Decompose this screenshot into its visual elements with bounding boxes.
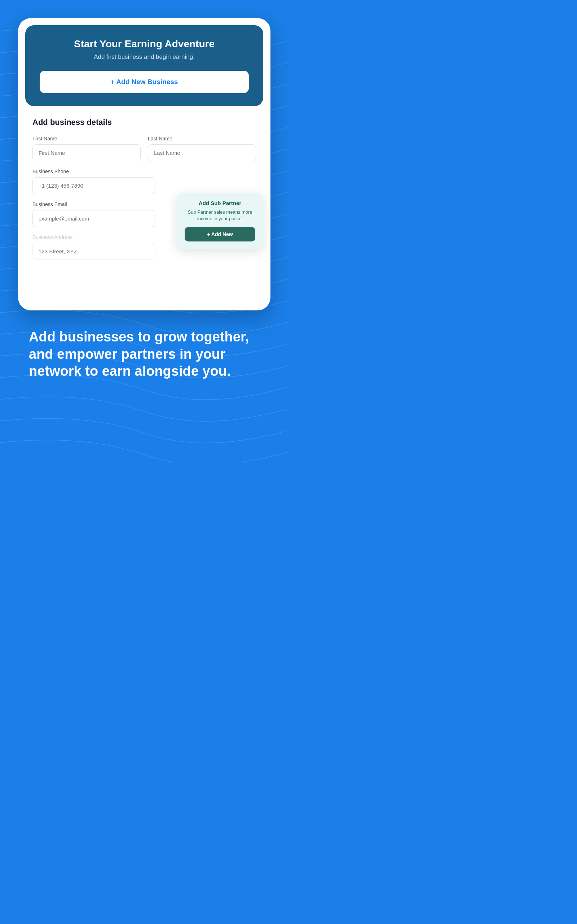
tagline-section: Add businesses to grow together, and emp… <box>18 328 271 380</box>
popup-add-button[interactable]: + Add New <box>185 227 255 241</box>
last-name-label: Last Name <box>148 136 256 142</box>
header-subtitle: Add first business and begin earning. <box>40 53 249 61</box>
first-name-label: First Name <box>32 136 141 142</box>
header-section: Start Your Earning Adventure Add first b… <box>25 25 263 106</box>
first-name-group: First Name <box>32 136 141 162</box>
phone-group: Business Phone <box>32 168 256 194</box>
last-name-input[interactable] <box>148 144 256 162</box>
first-name-input[interactable] <box>32 144 141 162</box>
email-input[interactable] <box>32 210 155 227</box>
popup-title: Add Sub Partner <box>185 200 255 206</box>
last-name-group: Last Name <box>148 136 256 162</box>
header-title: Start Your Earning Adventure <box>40 38 249 50</box>
address-input[interactable] <box>32 243 155 260</box>
phone-input[interactable] <box>32 177 155 194</box>
name-row: First Name Last Name <box>32 136 256 162</box>
add-business-button[interactable]: + Add New Business <box>40 71 249 93</box>
popup-subtitle: Sub Partner sales means more income in y… <box>185 209 255 222</box>
sub-partner-popup: Add Sub Partner Sub Partner sales means … <box>177 193 263 249</box>
form-section: Add business details First Name Last Nam… <box>18 106 271 260</box>
tagline-text: Add businesses to grow together, and emp… <box>29 328 259 380</box>
form-title: Add business details <box>32 118 256 127</box>
phone-card: Start Your Earning Adventure Add first b… <box>18 18 271 310</box>
phone-label: Business Phone <box>32 168 256 174</box>
